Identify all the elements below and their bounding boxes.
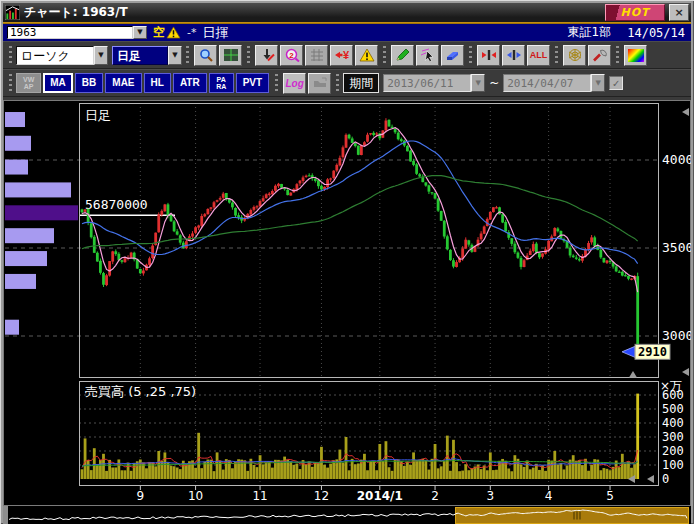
svg-text:3: 3: [486, 489, 494, 503]
date-to-combo[interactable]: 2014/04/07 ▼: [503, 74, 605, 92]
titlebar: チャート: 1963/T HOT ×: [3, 3, 691, 22]
svg-text:0: 0: [662, 472, 669, 486]
indicator-para-button[interactable]: PARA: [209, 73, 234, 93]
navigator-thumb[interactable]: [456, 508, 689, 524]
eraser-icon: [445, 48, 461, 62]
indicator-ma-button[interactable]: MA: [43, 73, 73, 93]
navigator-left-cap[interactable]: [3, 506, 8, 524]
hot-button[interactable]: HOT: [605, 4, 665, 21]
svg-text:300: 300: [662, 430, 684, 444]
svg-text:100: 100: [662, 458, 684, 472]
stock-code-dropdown-button[interactable]: ▼: [133, 26, 147, 39]
last-price-badge: 2910: [622, 344, 670, 359]
timeframe-value: 日足: [112, 46, 168, 65]
chart-window: チャート: 1963/T HOT × ▼ 空 -* 日揮 東証1部 14/05/…: [0, 0, 694, 524]
indicator-atr-button[interactable]: ATR: [173, 73, 207, 93]
chart-region: 56870000日足売買高 (5 ,25 ,75)400035003000×万6…: [3, 100, 691, 506]
zoom-window-icon-button[interactable]: 2: [280, 45, 303, 66]
date-from-combo[interactable]: 2013/06/11 ▼: [383, 74, 485, 92]
compare-disabled-button[interactable]: [308, 73, 331, 94]
toolbar-grip[interactable]: [555, 46, 558, 65]
grid-icon-button[interactable]: [305, 45, 328, 66]
toolbar-grip[interactable]: [336, 74, 339, 93]
select-cursor-icon-button[interactable]: [416, 45, 439, 66]
log-scale-button[interactable]: Log: [283, 73, 306, 94]
alert-icon-button[interactable]: [355, 45, 378, 66]
timeframe-combo[interactable]: 日足 ▼: [112, 46, 182, 65]
range-navigator-region: [3, 506, 691, 524]
palette-icon-button[interactable]: [624, 45, 647, 66]
annotate-icon: [259, 48, 275, 62]
show-all-button[interactable]: ALL: [527, 45, 550, 66]
toolbar-grip[interactable]: [275, 74, 278, 93]
timeframe-panel-label: 日足: [85, 108, 111, 123]
toolbar-grip[interactable]: [9, 46, 12, 65]
svg-text:4000: 4000: [662, 152, 691, 167]
market-label: 東証1部: [568, 24, 612, 41]
date-range-tilde: ~: [489, 76, 499, 90]
svg-text:2014/1: 2014/1: [357, 489, 403, 503]
shrink-bars-icon-button[interactable]: [502, 45, 525, 66]
settings-wrench-icon-button[interactable]: [588, 45, 611, 66]
date-to-dropdown-button[interactable]: ▼: [591, 74, 605, 92]
annotate-icon-button[interactable]: [255, 45, 278, 66]
svg-text:200: 200: [662, 444, 684, 458]
toolbar-grip[interactable]: [247, 46, 250, 65]
crosshair-icon-button[interactable]: [219, 45, 242, 66]
indicator-bb-button[interactable]: BB: [75, 73, 103, 93]
period-checkbox[interactable]: ✓: [609, 76, 623, 90]
close-button[interactable]: ×: [669, 4, 689, 21]
crosshair-icon: [223, 48, 239, 62]
indicator-toolbar: VWAPMABBMAEHLATRPARAPVT Log 期間 2013/06/1…: [3, 69, 691, 97]
x-axis-labels: 91011122014/12345: [137, 486, 614, 503]
toolbar-grip[interactable]: [186, 46, 189, 65]
indicator-vwap-button[interactable]: VWAP: [16, 73, 41, 93]
date-to-value: 2014/04/07: [503, 74, 591, 92]
period-button[interactable]: 期間: [343, 73, 379, 93]
svg-text:11: 11: [252, 489, 267, 503]
price-by-volume-histogram: [5, 112, 78, 335]
select-cursor-icon: [420, 48, 436, 62]
range-navigator[interactable]: [3, 506, 691, 524]
toolbar-grip[interactable]: [616, 46, 619, 65]
margin-flag-label: 空: [153, 24, 165, 41]
svg-text:3500: 3500: [662, 240, 691, 255]
main-chart[interactable]: 56870000日足売買高 (5 ,25 ,75)400035003000×万6…: [3, 100, 691, 506]
timeframe-dropdown-button[interactable]: ▼: [168, 46, 182, 65]
eraser-icon-button[interactable]: [441, 45, 464, 66]
stock-info-bar: ▼ 空 -* 日揮 東証1部 14/05/14: [3, 24, 691, 41]
indicator-hl-button[interactable]: HL: [144, 73, 171, 93]
zoom-icon: [198, 48, 214, 62]
indicator-pvt-button[interactable]: PVT: [236, 73, 269, 93]
price-line-icon: ¥: [334, 48, 350, 62]
svg-text:3000: 3000: [662, 328, 691, 343]
chart-type-dropdown-button[interactable]: ▼: [94, 46, 108, 65]
window-title: チャート: 1963/T: [24, 4, 601, 21]
pencil-icon: [395, 48, 411, 62]
svg-text:5: 5: [606, 489, 614, 503]
toolbar-grip[interactable]: [469, 46, 472, 65]
toolbar-grip[interactable]: [9, 74, 12, 93]
svg-text:10: 10: [188, 489, 203, 503]
web-adjust-icon-button[interactable]: [563, 45, 586, 66]
indicator-mae-button[interactable]: MAE: [105, 73, 141, 93]
palette-icon: [628, 49, 644, 62]
price-line-icon-button[interactable]: ¥: [330, 45, 353, 66]
zoom-icon-button[interactable]: [194, 45, 217, 66]
svg-text:600: 600: [662, 388, 684, 402]
svg-text:4: 4: [545, 489, 553, 503]
alert-icon: [359, 48, 375, 62]
expand-bars-icon-button[interactable]: [477, 45, 500, 66]
stock-code-input[interactable]: [7, 26, 133, 39]
date-from-dropdown-button[interactable]: ▼: [471, 74, 485, 92]
pencil-icon-button[interactable]: [391, 45, 414, 66]
legend-marks: -*: [187, 26, 196, 39]
expand-bars-icon: [481, 48, 497, 62]
warning-icon: [166, 26, 181, 39]
chart-type-combo[interactable]: ローソク ▼: [16, 46, 108, 65]
gridlines: [5, 103, 658, 485]
svg-text:¥: ¥: [342, 49, 349, 61]
settings-wrench-icon: [592, 48, 608, 62]
toolbar-grip[interactable]: [383, 46, 386, 65]
quote-date-label: 14/05/14: [627, 26, 685, 40]
